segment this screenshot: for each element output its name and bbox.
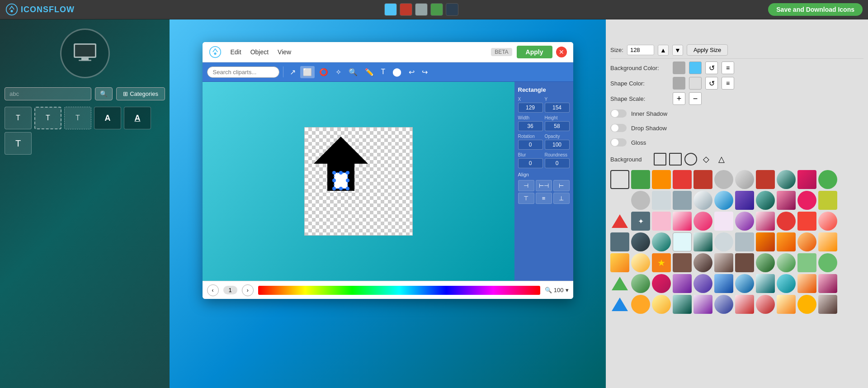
icon-cell[interactable] — [818, 170, 837, 189]
align-right[interactable]: ⊢ — [553, 180, 570, 191]
prev-page-button[interactable]: ‹ — [207, 284, 219, 296]
text-style-bold[interactable]: A — [124, 107, 151, 129]
icon-cell[interactable] — [735, 274, 754, 293]
apply-button[interactable]: Apply — [517, 46, 552, 58]
icon-cell[interactable] — [735, 295, 754, 314]
icon-cell[interactable] — [714, 232, 733, 251]
search-button[interactable]: 🔍 — [95, 87, 113, 100]
text-style-filled[interactable]: A — [94, 107, 121, 129]
icon-cell[interactable] — [610, 170, 629, 189]
drop-shadow-toggle[interactable] — [610, 124, 627, 132]
icon-cell[interactable] — [797, 232, 816, 251]
icon-cell[interactable] — [652, 170, 671, 189]
swatch-dark[interactable] — [446, 3, 458, 16]
y-input[interactable] — [545, 103, 570, 113]
icon-cell[interactable] — [714, 191, 733, 210]
icon-cell[interactable] — [818, 253, 837, 272]
shape-swatch-1[interactable] — [673, 77, 685, 90]
inner-shadow-toggle[interactable] — [610, 109, 627, 118]
size-increment[interactable]: ▲ — [658, 45, 669, 56]
icon-cell[interactable] — [693, 212, 712, 231]
align-left[interactable]: ⊣ — [518, 180, 534, 191]
swatch-gray[interactable] — [415, 3, 428, 16]
icon-cell[interactable] — [610, 274, 629, 293]
icon-cell[interactable] — [735, 212, 754, 231]
icon-cell[interactable] — [735, 170, 754, 189]
icon-cell[interactable] — [756, 274, 775, 293]
icon-cell[interactable] — [714, 170, 733, 189]
shape-diamond[interactable]: ◇ — [700, 153, 712, 166]
bg-color-reset[interactable]: ↺ — [705, 62, 718, 74]
icon-cell[interactable] — [693, 191, 712, 210]
rotation-input[interactable] — [518, 140, 543, 150]
roundness-input[interactable] — [545, 158, 570, 168]
icon-cell[interactable] — [610, 253, 629, 272]
icon-cell[interactable] — [735, 232, 754, 251]
icon-cell[interactable] — [610, 212, 629, 231]
text-style-large[interactable]: T — [5, 132, 32, 155]
icon-cell[interactable] — [673, 253, 692, 272]
next-page-button[interactable]: › — [242, 284, 254, 296]
icon-cell[interactable] — [693, 295, 712, 314]
icon-cell[interactable] — [693, 274, 712, 293]
bg-color-more[interactable]: ≡ — [722, 62, 734, 74]
gloss-toggle[interactable] — [610, 138, 627, 147]
icon-cell[interactable]: ✦ — [631, 212, 650, 231]
icon-cell[interactable] — [818, 191, 837, 210]
icon-cell[interactable] — [756, 191, 775, 210]
menu-view[interactable]: View — [278, 48, 291, 56]
icon-cell[interactable] — [818, 212, 837, 231]
icon-cell[interactable] — [631, 170, 650, 189]
text-style-plain[interactable]: T — [5, 107, 32, 129]
tool-fill[interactable]: ⬤ — [390, 65, 404, 79]
icon-cell[interactable] — [673, 170, 692, 189]
blur-input[interactable] — [518, 158, 543, 168]
icon-cell[interactable] — [652, 212, 671, 231]
icon-cell[interactable] — [756, 295, 775, 314]
icon-cell[interactable] — [631, 295, 650, 314]
icon-cell[interactable] — [797, 274, 816, 293]
icon-cell[interactable] — [797, 253, 816, 272]
align-center-h[interactable]: ⊢⊣ — [536, 180, 552, 191]
tool-text[interactable]: T — [378, 66, 388, 78]
tool-undo[interactable]: ↩ — [406, 66, 417, 78]
icon-cell[interactable] — [610, 191, 629, 210]
icon-cell[interactable]: ★ — [652, 253, 671, 272]
tool-pen[interactable]: ✏️ — [362, 66, 377, 78]
icon-cell[interactable] — [631, 232, 650, 251]
shape-color-reset[interactable]: ↺ — [705, 77, 718, 90]
icon-cell[interactable] — [797, 170, 816, 189]
align-top[interactable]: ⊤ — [518, 193, 534, 204]
icon-cell[interactable] — [777, 274, 796, 293]
icon-cell[interactable] — [735, 253, 754, 272]
icon-cell[interactable] — [631, 253, 650, 272]
tool-zoom[interactable]: 🔍 — [346, 66, 360, 78]
icon-cell[interactable] — [818, 274, 837, 293]
icon-cell[interactable] — [631, 191, 650, 210]
tool-arrow[interactable]: ↗ — [287, 66, 298, 78]
shape-triangle[interactable]: △ — [715, 153, 728, 166]
swatch-green[interactable] — [430, 3, 443, 16]
shape-circle-outline[interactable] — [684, 153, 697, 166]
swatch-teal[interactable] — [384, 3, 397, 16]
icon-cell[interactable] — [652, 232, 671, 251]
opacity-input[interactable] — [545, 140, 570, 150]
icon-cell[interactable] — [673, 191, 692, 210]
icon-cell[interactable] — [631, 274, 650, 293]
icon-cell[interactable] — [652, 191, 671, 210]
icon-cell[interactable] — [693, 232, 712, 251]
icon-cell[interactable] — [714, 295, 733, 314]
shape-square-outline[interactable] — [654, 153, 666, 166]
search-cliparts-input[interactable] — [207, 66, 279, 78]
text-style-dash[interactable]: T — [64, 107, 91, 129]
swatch-red[interactable] — [400, 3, 412, 16]
icon-cell[interactable] — [652, 295, 671, 314]
icon-cell[interactable] — [756, 232, 775, 251]
tool-rectangle[interactable]: ⬜ — [300, 66, 315, 78]
icon-cell[interactable] — [714, 253, 733, 272]
icon-cell[interactable] — [797, 191, 816, 210]
canvas-area[interactable] — [203, 82, 514, 281]
shape-color-more[interactable]: ≡ — [722, 77, 734, 90]
icon-cell[interactable] — [818, 295, 837, 314]
tool-circle[interactable]: ⭕ — [316, 66, 331, 78]
